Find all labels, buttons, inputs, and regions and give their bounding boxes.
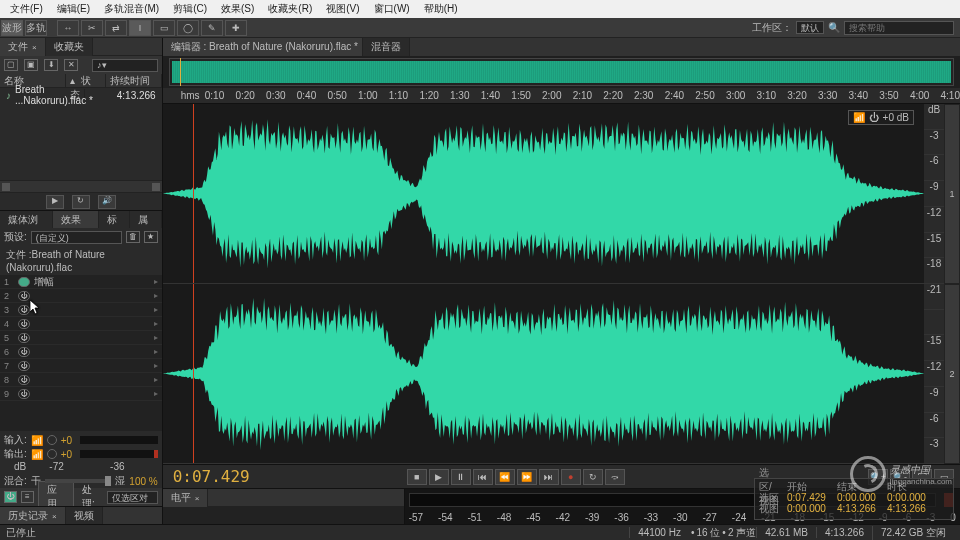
play-button[interactable]: ▶ [429,469,449,485]
menu-clip[interactable]: 剪辑(C) [167,1,213,17]
process-dropdown[interactable]: 仅选区对象 [107,491,158,504]
waveform-mode-button[interactable]: 波形 [1,20,23,36]
output-gain[interactable]: +0 [61,449,72,460]
stop-button[interactable]: ■ [407,469,427,485]
record-button[interactable]: ● [561,469,581,485]
file-row[interactable]: ♪ Breath ...Nakoruru).flac * 4:13.266 [0,88,162,102]
multitrack-mode-button[interactable]: 多轨 [25,20,47,36]
waveform-display[interactable]: 📶⏻+0 dB [163,104,924,464]
sel-start[interactable]: 0:07.429 [787,492,831,503]
menu-favorites[interactable]: 收藏夹(R) [262,1,318,17]
power-icon[interactable]: ⏻ [18,291,30,301]
volume-hud[interactable]: 📶⏻+0 dB [848,110,914,125]
power-icon[interactable]: ⏻ [18,389,30,399]
playhead[interactable] [193,104,194,283]
power-icon[interactable] [47,435,57,445]
power-icon[interactable]: ⏻ [18,305,30,315]
effect-slot[interactable]: 2⏻▸ [0,289,162,303]
power-icon[interactable]: ⏻ [18,375,30,385]
effect-slot[interactable]: 3⏻▸ [0,303,162,317]
pause-button[interactable]: ⏸ [451,469,471,485]
sel-dur[interactable]: 0:00.000 [887,492,931,503]
workspace-dropdown[interactable]: 默认 [796,21,824,34]
chevron-right-icon[interactable]: ▸ [154,277,158,286]
skip-button[interactable]: ⤼ [605,469,625,485]
tool-time-select[interactable]: I [129,20,151,36]
effect-slot[interactable]: 1增幅▸ [0,275,162,289]
power-icon[interactable] [18,277,30,287]
power-icon[interactable] [47,449,57,459]
delete-preset-icon[interactable]: 🗑 [126,231,140,243]
channel-2-button[interactable]: 2 [944,284,960,464]
properties-tab[interactable]: 属性 [130,211,162,228]
favorite-preset-icon[interactable]: ★ [144,231,158,243]
mixer-tab[interactable]: 混音器 [363,38,410,56]
preview-loop-button[interactable]: ↻ [72,195,90,209]
power-icon[interactable]: ⏻ [18,333,30,343]
menu-edit[interactable]: 编辑(E) [51,1,96,17]
new-file-icon[interactable]: ▣ [24,59,38,71]
tool-lasso[interactable]: ◯ [177,20,199,36]
view-start[interactable]: 0:00.000 [787,503,831,514]
mix-percent[interactable]: 100 % [129,476,157,487]
editor-tab[interactable]: 编辑器 : Breath of Nature (Nakoruru).flac *… [163,38,363,56]
power-icon[interactable]: ⏻ [18,319,30,329]
close-file-icon[interactable]: ✕ [64,59,78,71]
open-file-icon[interactable]: ▢ [4,59,18,71]
levels-tab[interactable]: 电平× [163,489,209,507]
tool-move[interactable]: ↔ [57,20,79,36]
mix-slider[interactable] [45,479,112,483]
view-end[interactable]: 4:13.266 [837,503,881,514]
history-tab[interactable]: 历史记录× [0,507,66,524]
power-icon[interactable]: ⏻ [18,347,30,357]
go-start-button[interactable]: ⏮ [473,469,493,485]
filter-dropdown[interactable]: ♪▾ [92,59,158,72]
effect-slot[interactable]: 6⏻▸ [0,345,162,359]
import-icon[interactable]: ⬇ [44,59,58,71]
media-browser-tab[interactable]: 媒体浏览器 [0,211,53,228]
loop-button[interactable]: ↻ [583,469,603,485]
files-tab[interactable]: 文件× [0,38,46,56]
channel-left[interactable]: 📶⏻+0 dB [163,104,924,284]
go-end-button[interactable]: ⏭ [539,469,559,485]
timecode-display[interactable]: 0:07.429 [163,467,403,486]
markers-tab[interactable]: 标记 [99,211,131,228]
preset-dropdown[interactable]: (自定义) [31,231,122,244]
h-scrollbar[interactable] [0,180,162,192]
channel-1-button[interactable]: 1 [944,104,960,284]
rack-power-icon[interactable]: ⏻ [4,491,17,503]
effect-slot[interactable]: 7⏻▸ [0,359,162,373]
channel-right[interactable] [163,284,924,464]
tool-brush[interactable]: ✎ [201,20,223,36]
menu-effects[interactable]: 效果(S) [215,1,260,17]
preview-autoplay-button[interactable]: 🔊 [98,195,116,209]
tool-razor[interactable]: ✂ [81,20,103,36]
playhead[interactable] [193,284,194,463]
help-search-input[interactable] [844,21,954,35]
overview-waveform[interactable] [169,58,954,86]
favorites-tab[interactable]: 收藏夹 [46,38,93,56]
tool-slip[interactable]: ⇄ [105,20,127,36]
menu-multitrack[interactable]: 多轨混音(M) [98,1,165,17]
preview-play-button[interactable]: ▶ [46,195,64,209]
menu-help[interactable]: 帮助(H) [418,1,464,17]
rack-menu-icon[interactable]: ≡ [21,491,34,503]
forward-button[interactable]: ⏩ [517,469,537,485]
effect-slot[interactable]: 5⏻▸ [0,331,162,345]
menu-view[interactable]: 视图(V) [320,1,365,17]
input-gain[interactable]: +0 [61,435,72,446]
tool-heal[interactable]: ✚ [225,20,247,36]
power-icon[interactable]: ⏻ [18,361,30,371]
tool-marquee[interactable]: ▭ [153,20,175,36]
time-ruler[interactable]: hms 0:100:200:300:400:501:001:101:201:30… [163,88,960,104]
effect-slot[interactable]: 9⏻▸ [0,387,162,401]
effect-slot[interactable]: 4⏻▸ [0,317,162,331]
menu-file[interactable]: 文件(F) [4,1,49,17]
menu-window[interactable]: 窗口(W) [368,1,416,17]
view-dur[interactable]: 4:13.266 [887,503,931,514]
effect-slot[interactable]: 8⏻▸ [0,373,162,387]
video-tab[interactable]: 视频 [66,507,103,524]
rewind-button[interactable]: ⏪ [495,469,515,485]
effects-rack-tab[interactable]: 效果组× [53,211,98,228]
sel-end[interactable]: 0:00.000 [837,492,881,503]
